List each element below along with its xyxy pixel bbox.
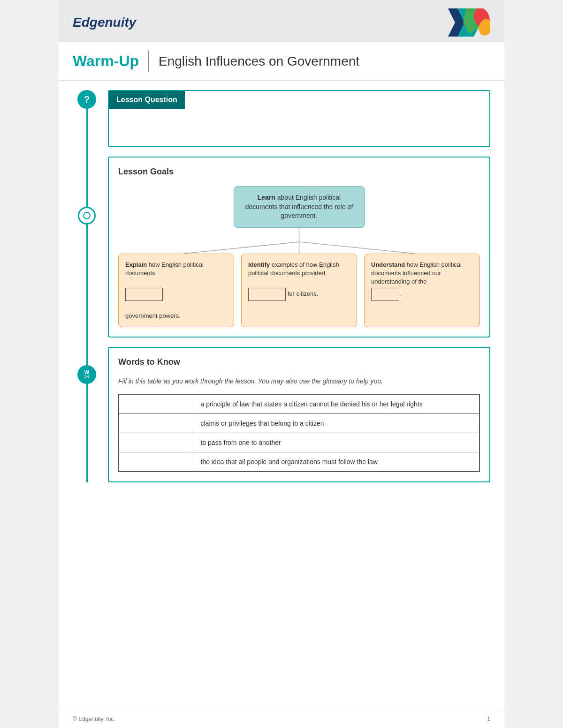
- words-table-body: a principle of law that states a citizen…: [119, 394, 479, 472]
- connector-svg: [118, 228, 480, 254]
- def-cell-1: a principle of law that states a citizen…: [194, 394, 479, 414]
- table-row: to pass from one to another: [119, 433, 479, 452]
- table-row: the idea that all people and organizatio…: [119, 452, 479, 472]
- word-cell-3[interactable]: [119, 433, 194, 452]
- understand-prefix: Understand: [371, 261, 405, 268]
- right-content: Lesson Question Lesson Goals Learn about…: [101, 90, 490, 482]
- footer: © Edgenuity, Inc. 1: [59, 710, 504, 728]
- connector-area: [118, 228, 480, 254]
- logo-icon: [448, 8, 490, 37]
- w2k-icon: W 2K: [77, 365, 96, 384]
- lesson-goals-card: Lesson Goals Learn about English politic…: [108, 157, 490, 338]
- question-icon: ?: [77, 90, 96, 109]
- title-divider: [148, 51, 149, 72]
- timeline: ? W 2K: [73, 90, 101, 482]
- word-cell-2[interactable]: [119, 413, 194, 433]
- explain-prefix: Explain: [125, 261, 147, 268]
- learn-box: Learn about English political documents …: [234, 186, 365, 228]
- def-cell-2: claims or privileges that belong to a ci…: [194, 413, 479, 433]
- words-to-know-card: Words to Know Fill in this table as you …: [108, 347, 490, 482]
- def-cell-3: to pass from one to another: [194, 433, 479, 452]
- diagram-bottom: Explain how English political documents …: [118, 254, 480, 327]
- words-table: a principle of law that states a citizen…: [118, 394, 480, 472]
- page-title: English Influences on Government: [159, 54, 359, 69]
- def-cell-4: the idea that all people and organizatio…: [194, 452, 479, 472]
- lesson-question-header: Lesson Question: [109, 91, 185, 109]
- lesson-goals-body: Lesson Goals Learn about English politic…: [109, 158, 489, 337]
- ring-icon: [78, 207, 96, 225]
- identify-prefix: Identify: [248, 261, 270, 268]
- timeline-line-1: [86, 109, 88, 207]
- timeline-line-3: [86, 384, 88, 482]
- footer-copyright: © Edgenuity, Inc.: [73, 716, 115, 722]
- footer-page: 1: [487, 716, 490, 722]
- lesson-question-card: Lesson Question: [108, 90, 490, 147]
- identify-box: Identify examples of how English politic…: [241, 254, 357, 327]
- main-layout: ? W 2K Lesson Question: [59, 81, 504, 496]
- identify-blank[interactable]: [248, 288, 286, 301]
- words-to-know-body: Words to Know Fill in this table as you …: [109, 348, 489, 481]
- understand-blank[interactable]: [371, 288, 399, 301]
- header: Edgenuity: [59, 0, 504, 42]
- logo: Edgenuity: [73, 15, 136, 30]
- lesson-goals-diagram: Learn about English political documents …: [118, 186, 480, 327]
- words-to-know-subtitle: Fill in this table as you work through t…: [118, 376, 480, 386]
- identify-suffix: for citizens.: [288, 291, 319, 298]
- warmup-label: Warm-Up: [73, 53, 139, 70]
- explain-box: Explain how English political documents …: [118, 254, 234, 327]
- lesson-question-body: [109, 109, 489, 146]
- diagram-top: Learn about English political documents …: [234, 186, 365, 228]
- timeline-line-2: [86, 225, 88, 365]
- word-cell-1[interactable]: [119, 394, 194, 414]
- w2k-2k: 2K: [84, 375, 90, 379]
- table-row: claims or privileges that belong to a ci…: [119, 413, 479, 433]
- words-to-know-title: Words to Know: [118, 357, 480, 367]
- ring-inner: [83, 212, 91, 219]
- page: Edgenuity Warm-Up English Influences on …: [59, 0, 504, 728]
- understand-suffix: .: [399, 291, 401, 298]
- svg-line-6: [183, 242, 299, 254]
- understand-box: Understand how English political documen…: [364, 254, 480, 327]
- explain-suffix: government powers.: [125, 312, 181, 319]
- table-row: a principle of law that states a citizen…: [119, 394, 479, 414]
- word-cell-4[interactable]: [119, 452, 194, 472]
- lesson-goals-title: Lesson Goals: [118, 167, 480, 177]
- explain-blank[interactable]: [125, 288, 163, 301]
- svg-line-7: [299, 242, 415, 254]
- title-bar: Warm-Up English Influences on Government: [59, 42, 504, 81]
- learn-prefix: Learn: [258, 194, 275, 201]
